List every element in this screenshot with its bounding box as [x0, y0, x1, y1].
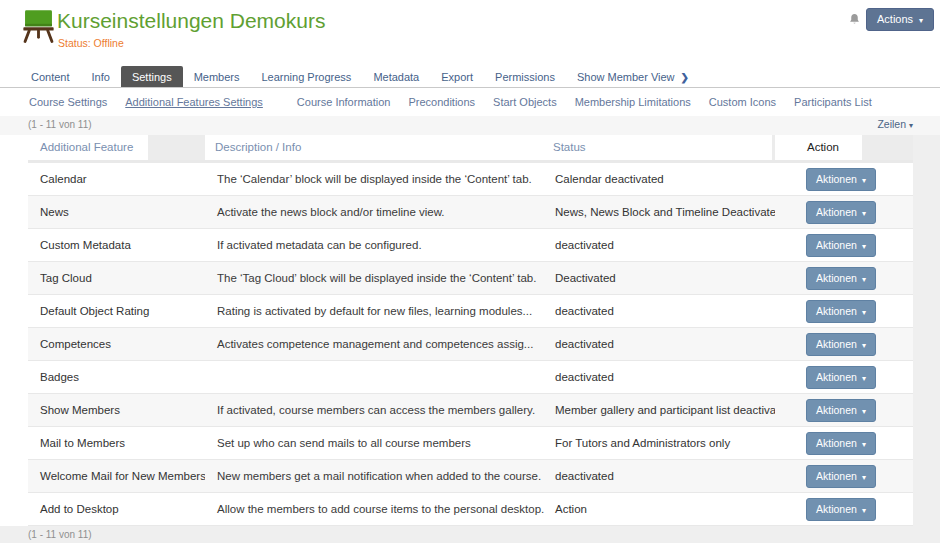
tab-show-member-view[interactable]: Show Member View❯ — [566, 66, 700, 87]
aktionen-button[interactable]: Aktionen▾ — [806, 465, 876, 488]
caret-down-icon: ▾ — [862, 473, 866, 482]
feature-status[interactable]: deactivated — [555, 239, 614, 251]
feature-status[interactable]: deactivated — [555, 338, 614, 350]
course-easel-icon — [20, 7, 57, 48]
feature-name[interactable]: Show Members — [40, 404, 120, 416]
subtab-additional-features-settings[interactable]: Additional Features Settings — [116, 93, 272, 111]
feature-name[interactable]: Mail to Members — [40, 437, 125, 449]
tab-settings[interactable]: Settings — [121, 66, 183, 87]
tab-export[interactable]: Export — [430, 66, 484, 87]
caret-down-icon: ▾ — [862, 275, 866, 284]
table-body: CalendarThe ‘Calendar’ block will be dis… — [28, 163, 913, 526]
feature-name[interactable]: Calendar — [40, 173, 87, 185]
feature-name[interactable]: News — [40, 206, 69, 218]
table-row: Welcome Mail for New MembersNew members … — [28, 460, 913, 493]
caret-down-icon: ▾ — [862, 308, 866, 317]
table-row: Custom MetadataIf activated metadata can… — [28, 229, 913, 262]
subtab-participants-list[interactable]: Participants List — [785, 93, 881, 111]
feature-description: If activated metadata can be configured. — [217, 239, 422, 251]
app-window: Kurseinstellungen Demokurs Status: Offli… — [0, 0, 940, 543]
page-title: Kurseinstellungen Demokurs — [57, 9, 325, 33]
feature-name[interactable]: Default Object Rating — [40, 305, 149, 317]
feature-description: Allow the members to add course items to… — [217, 503, 544, 515]
feature-description: The ‘Calendar’ block will be displayed i… — [217, 173, 532, 185]
feature-description: Rating is activated by default for new f… — [217, 305, 532, 317]
caret-down-icon: ▾ — [862, 506, 866, 515]
column-header-description-info[interactable]: Description / Info — [215, 141, 301, 153]
feature-name[interactable]: Competences — [40, 338, 111, 350]
caret-down-icon: ▾ — [862, 242, 866, 251]
rows-selector-label: Zeilen — [877, 118, 906, 130]
feature-status[interactable]: For Tutors and Administrators only — [555, 437, 730, 449]
main-tabs: ContentInfoSettingsMembersLearning Progr… — [0, 66, 940, 88]
caret-down-icon: ▾ — [862, 176, 866, 185]
feature-description: Set up who can send mails to all course … — [217, 437, 471, 449]
table-row: Add to DesktopAllow the members to add c… — [28, 493, 913, 526]
rows-selector[interactable]: Zeilen▾ — [877, 118, 913, 130]
feature-status[interactable]: deactivated — [555, 371, 614, 383]
table-row: Show MembersIf activated, course members… — [28, 394, 913, 427]
table-footer: (1 - 11 von 11) — [0, 526, 940, 543]
feature-name[interactable]: Add to Desktop — [40, 503, 119, 515]
tab-metadata[interactable]: Metadata — [362, 66, 430, 87]
tab-info[interactable]: Info — [81, 66, 121, 87]
column-header-status[interactable]: Status — [553, 141, 586, 153]
feature-description: Activates competence management and comp… — [217, 338, 533, 350]
notification-bell-icon[interactable] — [847, 12, 862, 31]
aktionen-button[interactable]: Aktionen▾ — [806, 267, 876, 290]
pagination-info-bottom: (1 - 11 von 11) — [28, 529, 92, 540]
tab-content[interactable]: Content — [20, 66, 81, 87]
subtab-course-settings[interactable]: Course Settings — [20, 93, 116, 111]
course-status: Status: Offline — [58, 37, 124, 49]
caret-down-icon: ▾ — [862, 440, 866, 449]
table-row: BadgesdeactivatedAktionen▾ — [28, 361, 913, 394]
caret-down-icon: ▾ — [862, 209, 866, 218]
subtab-custom-icons[interactable]: Custom Icons — [700, 93, 785, 111]
table-toolbar: (1 - 11 von 11) Zeilen▾ — [0, 116, 940, 135]
aktionen-button[interactable]: Aktionen▾ — [806, 399, 876, 422]
right-margin — [913, 135, 940, 543]
table-row: NewsActivate the news block and/or timel… — [28, 196, 913, 229]
subtab-membership-limitations[interactable]: Membership Limitations — [566, 93, 700, 111]
feature-status[interactable]: Action — [555, 503, 587, 515]
pagination-info-top: (1 - 11 von 11) — [28, 119, 92, 130]
caret-down-icon: ▾ — [919, 16, 923, 25]
column-header-additional-feature[interactable]: Additional Feature — [40, 141, 133, 153]
table-row: Default Object RatingRating is activated… — [28, 295, 913, 328]
tab-members[interactable]: Members — [183, 66, 251, 87]
feature-status[interactable]: Deactivated — [555, 272, 616, 284]
aktionen-button[interactable]: Aktionen▾ — [806, 201, 876, 224]
feature-status[interactable]: deactivated — [555, 470, 614, 482]
chevron-right-icon: ❯ — [681, 72, 689, 83]
table-header: Additional Feature Description / Info St… — [28, 135, 913, 160]
sub-tabs: Course SettingsAdditional Features Setti… — [0, 92, 940, 112]
caret-down-icon: ▾ — [862, 341, 866, 350]
caret-down-icon: ▾ — [862, 374, 866, 383]
feature-name[interactable]: Tag Cloud — [40, 272, 92, 284]
feature-status[interactable]: Member gallery and participant list deac… — [555, 404, 775, 416]
subtab-course-information[interactable]: Course Information — [288, 93, 400, 111]
aktionen-button[interactable]: Aktionen▾ — [806, 300, 876, 323]
tab-permissions[interactable]: Permissions — [484, 66, 566, 87]
table-row: Tag CloudThe ‘Tag Cloud’ block will be d… — [28, 262, 913, 295]
feature-description: The ‘Tag Cloud’ block will be displayed … — [217, 272, 536, 284]
feature-name[interactable]: Welcome Mail for New Members — [40, 470, 205, 482]
feature-description: Activate the news block and/or timeline … — [217, 206, 445, 218]
caret-down-icon: ▾ — [862, 407, 866, 416]
aktionen-button[interactable]: Aktionen▾ — [806, 432, 876, 455]
feature-name[interactable]: Custom Metadata — [40, 239, 131, 251]
aktionen-button[interactable]: Aktionen▾ — [806, 234, 876, 257]
table-row: CompetencesActivates competence manageme… — [28, 328, 913, 361]
aktionen-button[interactable]: Aktionen▾ — [806, 366, 876, 389]
feature-status[interactable]: Calendar deactivated — [555, 173, 664, 185]
feature-name[interactable]: Badges — [40, 371, 79, 383]
aktionen-button[interactable]: Aktionen▾ — [806, 333, 876, 356]
aktionen-button[interactable]: Aktionen▾ — [806, 168, 876, 191]
tab-learning-progress[interactable]: Learning Progress — [250, 66, 362, 87]
feature-status[interactable]: News, News Block and Timeline Deactivate… — [555, 206, 775, 218]
subtab-start-objects[interactable]: Start Objects — [484, 93, 566, 111]
actions-button[interactable]: Actions▾ — [866, 8, 934, 31]
aktionen-button[interactable]: Aktionen▾ — [806, 498, 876, 521]
subtab-preconditions[interactable]: Preconditions — [399, 93, 484, 111]
feature-status[interactable]: deactivated — [555, 305, 614, 317]
